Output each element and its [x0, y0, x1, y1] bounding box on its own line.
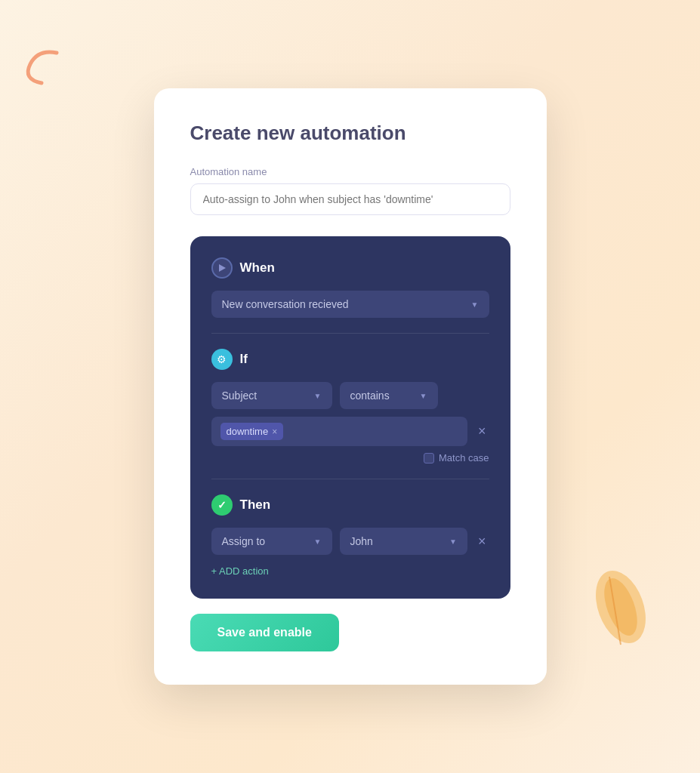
gear-icon: ⚙ [217, 353, 227, 365]
if-value-input[interactable]: downtime × [211, 417, 467, 446]
when-trigger-chevron-icon: ▼ [471, 300, 479, 309]
page-title: Create new automation [190, 122, 510, 145]
then-value-chevron-icon: ▼ [449, 537, 457, 546]
match-case-row: Match case [211, 452, 489, 463]
if-icon: ⚙ [211, 349, 233, 370]
automation-name-input[interactable] [190, 183, 510, 215]
automation-name-label: Automation name [190, 166, 510, 177]
if-condition-row: Subject ▼ contains ▼ downtime × × [211, 382, 489, 446]
match-case-checkbox[interactable] [424, 453, 434, 463]
decorative-feather [587, 562, 655, 652]
then-row-remove-icon[interactable]: × [475, 531, 489, 553]
if-operator-value: contains [350, 390, 390, 402]
then-action-type-select[interactable]: Assign to ▼ [211, 528, 332, 555]
condition-value-tag: downtime × [220, 423, 284, 440]
when-section-header: When [211, 257, 489, 279]
when-if-divider [211, 333, 489, 334]
then-action-value-text: John [350, 535, 373, 547]
if-label: If [240, 352, 248, 367]
then-action-value-select[interactable]: John ▼ [340, 528, 467, 555]
then-action-type-value: Assign to [222, 535, 266, 547]
automation-panel: When New conversation recieved ▼ ⚙ If Su… [190, 236, 510, 599]
then-label: Then [240, 497, 271, 513]
then-action-chevron-icon: ▼ [314, 537, 322, 546]
if-field-value: Subject [222, 390, 257, 402]
when-trigger-value: New conversation recieved [222, 298, 349, 310]
condition-value-text: downtime [227, 426, 269, 437]
main-card: Create new automation Automation name Wh… [154, 88, 547, 685]
if-operator-select[interactable]: contains ▼ [340, 382, 438, 409]
if-operator-chevron-icon: ▼ [420, 392, 427, 400]
when-icon [211, 257, 233, 279]
condition-value-remove-icon[interactable]: × [272, 427, 277, 437]
when-label: When [240, 260, 275, 276]
decorative-squiggle [15, 45, 68, 91]
if-row-remove-icon[interactable]: × [475, 420, 489, 442]
checkmark-icon: ✓ [217, 499, 227, 511]
then-section-header: ✓ Then [211, 494, 489, 516]
if-field-chevron-icon: ▼ [314, 392, 322, 400]
save-enable-button[interactable]: Save and enable [190, 614, 339, 651]
automation-name-field-group: Automation name [190, 166, 510, 236]
match-case-label: Match case [439, 452, 489, 463]
if-section-header: ⚙ If [211, 349, 489, 370]
if-then-divider [211, 479, 489, 479]
then-action-row: Assign to ▼ John ▼ × [211, 528, 489, 555]
play-icon [219, 264, 226, 272]
when-trigger-select[interactable]: New conversation recieved ▼ [211, 291, 489, 318]
if-field-select[interactable]: Subject ▼ [211, 382, 332, 409]
then-icon: ✓ [211, 494, 233, 516]
add-action-button[interactable]: + ADD action [211, 565, 269, 577]
